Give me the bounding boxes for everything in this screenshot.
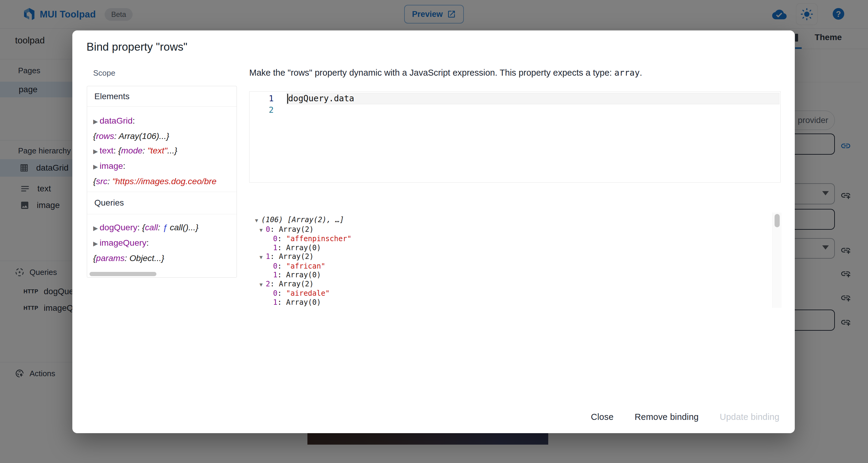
dialog-footer: Close Remove binding Update binding: [72, 408, 784, 426]
scrollbar-thumb[interactable]: [775, 214, 780, 227]
tree-line[interactable]: ▶ dataGrid:: [93, 113, 231, 129]
tree-line[interactable]: ▶ imageQuery:: [93, 236, 231, 251]
result-row[interactable]: 1: Array(0): [252, 244, 781, 253]
horizontal-scrollbar[interactable]: [90, 272, 156, 276]
result-row[interactable]: ▼ 2: Array(2): [252, 280, 781, 289]
expand-arrow-icon[interactable]: ▼: [255, 217, 261, 223]
divider: [87, 214, 237, 214]
divider: [87, 106, 237, 107]
result-row[interactable]: 0: "affenpinscher": [252, 235, 781, 244]
result-row[interactable]: 0: "airedale": [252, 289, 781, 298]
close-button[interactable]: Close: [586, 408, 618, 426]
tree-line[interactable]: ▶ dogQuery: {call: ƒ call()...}: [93, 220, 231, 236]
update-binding-button[interactable]: Update binding: [715, 408, 784, 426]
tree-line[interactable]: ▶ image:: [93, 159, 231, 174]
expand-arrow-icon[interactable]: ▼: [259, 281, 266, 287]
tree-line[interactable]: ▶ text: {mode: "text"...}: [93, 143, 231, 159]
remove-binding-button[interactable]: Remove binding: [630, 408, 704, 426]
scope-panel: Elements ▶ dataGrid: {rows: Array(106)..…: [87, 86, 237, 278]
result-row[interactable]: 0: "african": [252, 262, 781, 271]
expand-arrow-icon[interactable]: ▼: [259, 227, 266, 233]
js-expression-editor[interactable]: 1 2 dogQuery.data: [249, 91, 781, 183]
dialog-title: Bind property "rows": [87, 41, 187, 53]
line-number: 2: [250, 104, 274, 116]
bind-property-dialog: Bind property "rows" Scope Elements ▶ da…: [72, 30, 795, 433]
vertical-scrollbar[interactable]: [772, 213, 781, 308]
queries-tree[interactable]: ▶ dogQuery: {call: ƒ call()...}▶ imageQu…: [93, 220, 231, 265]
result-row[interactable]: ▼ (106) [Array(2), …]: [252, 216, 781, 225]
dialog-description: Make the "rows" property dynamic with a …: [249, 68, 762, 78]
expand-arrow-icon[interactable]: ▼: [259, 254, 266, 260]
result-row[interactable]: ▼ 1: Array(2): [252, 252, 781, 262]
result-row[interactable]: 1: Array(0): [252, 271, 781, 280]
evaluation-result-tree[interactable]: ▼ (106) [Array(2), …]▼ 0: Array(2)0: "af…: [252, 213, 781, 308]
queries-header: Queries: [87, 192, 237, 214]
tree-line[interactable]: {src: "https://images.dog.ceo/bre: [93, 174, 231, 188]
tree-line[interactable]: {rows: Array(106)...}: [93, 129, 231, 143]
result-row[interactable]: 1: Array(0): [252, 298, 781, 307]
line-number: 1: [250, 93, 274, 104]
expression-code: dogQuery.data: [288, 93, 354, 104]
scope-label: Scope: [93, 68, 116, 78]
active-line-highlight: [286, 93, 779, 104]
tree-line[interactable]: {params: Object...}: [93, 251, 231, 265]
elements-tree[interactable]: ▶ dataGrid: {rows: Array(106)...}▶ text:…: [93, 113, 231, 189]
elements-header: Elements: [87, 86, 237, 106]
result-row[interactable]: ▼ 0: Array(2): [252, 225, 781, 235]
expected-type: array: [614, 68, 640, 78]
result-row[interactable]: ▼ 3: Array(2): [252, 307, 781, 308]
